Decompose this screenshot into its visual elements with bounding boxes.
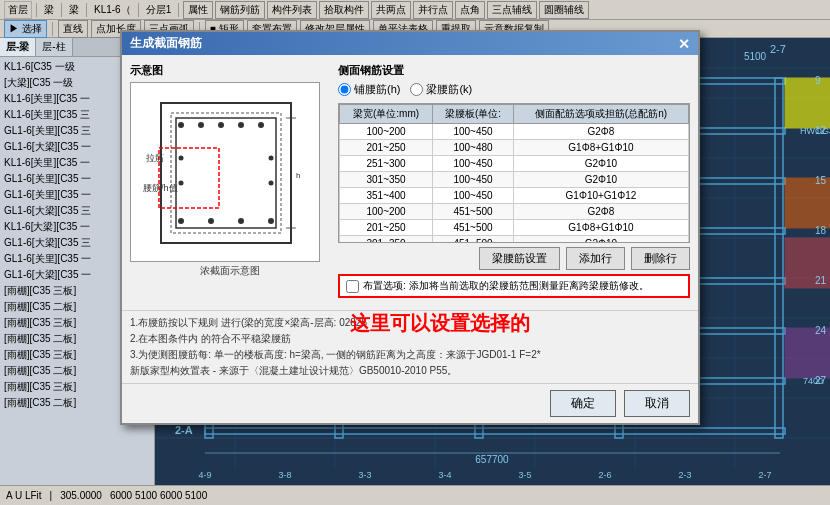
breadcrumb-beam2: 梁: [66, 2, 82, 18]
breadcrumb-layer: 首层: [4, 1, 32, 19]
table-container[interactable]: 梁宽(单位:mm) 梁腰板(单位: 侧面配筋选项或担筋(总配筋n) 100~20…: [338, 103, 690, 243]
circle-aux-btn[interactable]: 圆圈辅线: [539, 1, 589, 19]
col-flange-depth: 梁腰板(单位:: [433, 105, 514, 124]
svg-point-77: [178, 218, 184, 224]
rebar-btn[interactable]: 钢筋列筋: [215, 1, 265, 19]
toolbar-separator2: [61, 3, 62, 17]
preview-caption: 浓截面示意图: [130, 264, 330, 278]
svg-text:2-6: 2-6: [598, 470, 611, 480]
svg-point-83: [269, 156, 274, 161]
col-beam-width: 梁宽(单位:mm): [340, 105, 433, 124]
svg-point-75: [238, 122, 244, 128]
option-checkbox[interactable]: [346, 280, 359, 293]
modal-dialog: 生成截面钢筋 ✕ 示意图: [120, 30, 700, 425]
svg-text:9: 9: [815, 75, 821, 86]
svg-text:2-7: 2-7: [758, 470, 771, 480]
sep: [52, 22, 53, 36]
svg-text:2-A: 2-A: [175, 424, 193, 436]
svg-text:657700: 657700: [475, 454, 509, 465]
svg-text:HWOG370: HWOG370: [800, 126, 830, 136]
breadcrumb-layer1: 分层1: [143, 2, 175, 18]
svg-text:3-3: 3-3: [358, 470, 371, 480]
toolbar-separator: [36, 3, 37, 17]
status-coords: |: [50, 490, 53, 501]
svg-text:h: h: [296, 171, 300, 180]
status-bar: A U LFit | 305.0000 6000 5100 6000 5100: [0, 485, 830, 505]
add-row-btn[interactable]: 添加行: [566, 247, 625, 270]
svg-text:2-3: 2-3: [678, 470, 691, 480]
svg-point-76: [258, 122, 264, 128]
notes-section: 1.布腰筋按以下规则 进行(梁的宽度×梁高-层高: 02825 2.在本图条件内…: [122, 310, 698, 383]
modal-title: 生成截面钢筋: [130, 35, 202, 52]
svg-text:3-8: 3-8: [278, 470, 291, 480]
svg-text:3-4: 3-4: [438, 470, 451, 480]
table-row: 201~250100~480G1Φ8+G1Φ10: [340, 140, 689, 156]
svg-text:腰筋/h值: 腰筋/h值: [143, 183, 178, 193]
tab-column-layer[interactable]: 层-柱: [36, 38, 72, 56]
table-row: 100~200451~500G2Φ8: [340, 204, 689, 220]
svg-text:21: 21: [815, 275, 827, 286]
settings-section: 侧面钢筋设置 铺腰筋(h) 梁腰筋(k) 梁宽(单位:mm): [338, 63, 690, 302]
component-list-btn[interactable]: 构件列表: [267, 1, 317, 19]
delete-row-btn[interactable]: 删除行: [631, 247, 690, 270]
beam-rebar-settings-btn[interactable]: 梁腰筋设置: [479, 247, 560, 270]
table-row: 351~400100~450G1Φ10+G1Φ12: [340, 188, 689, 204]
pick-component-btn[interactable]: 拾取构件: [319, 1, 369, 19]
svg-rect-31: [785, 78, 830, 128]
breadcrumb-kl: KL1-6（: [91, 2, 134, 18]
svg-text:4-9: 4-9: [198, 470, 211, 480]
two-point-btn[interactable]: 共两点: [371, 1, 411, 19]
settings-label: 侧面钢筋设置: [338, 63, 690, 78]
three-point-aux-btn[interactable]: 三点辅线: [487, 1, 537, 19]
svg-text:7400: 7400: [803, 376, 823, 386]
select-btn[interactable]: ▶ 选择: [4, 20, 47, 38]
svg-point-73: [198, 122, 204, 128]
table-row: 301~350451~500G2Φ10: [340, 236, 689, 244]
dim-display: 6000 5100 6000 5100: [110, 490, 207, 501]
checkbox-option-row: 布置选项: 添加将当前选取的梁腰筋范围测量距离跨梁腰筋修改。: [338, 274, 690, 298]
col-rebar-config: 侧面配筋选项或担筋(总配筋n): [513, 105, 688, 124]
svg-text:拉筋: 拉筋: [146, 153, 164, 163]
toolbar-row1[interactable]: 首层 梁 梁 KL1-6（ 分层1 属性 钢筋列筋 构件列表 拾取构件 共两点 …: [0, 0, 830, 20]
angle-btn[interactable]: 点角: [455, 1, 485, 19]
tab-beam-layer[interactable]: 层-梁: [0, 38, 36, 56]
svg-text:24: 24: [815, 325, 827, 336]
coord-display: 305.0000: [60, 490, 102, 501]
svg-text:5100: 5100: [744, 51, 767, 62]
toolbar-separator3: [86, 3, 87, 17]
table-row: 201~250451~500G1Φ8+G1Φ10: [340, 220, 689, 236]
svg-text:18: 18: [815, 225, 827, 236]
svg-text:2-7: 2-7: [770, 43, 786, 55]
parallel-btn[interactable]: 并行点: [413, 1, 453, 19]
modal-titlebar: 生成截面钢筋 ✕: [122, 32, 698, 55]
toolbar-separator4: [138, 3, 139, 17]
svg-text:3-5: 3-5: [518, 470, 531, 480]
svg-rect-85: [159, 148, 219, 208]
table-row: 251~300100~450G2Φ10: [340, 156, 689, 172]
preview-section: 示意图: [130, 63, 330, 302]
status-text: A U LFit: [6, 490, 42, 501]
checkbox-label: 布置选项: 添加将当前选取的梁腰筋范围测量距离跨梁腰筋修改。: [363, 279, 649, 293]
settings-btn-row: 梁腰筋设置 添加行 删除行: [338, 247, 690, 270]
radio-group: 铺腰筋(h) 梁腰筋(k): [338, 82, 690, 97]
line-btn[interactable]: 直线: [58, 20, 88, 38]
modal-close-btn[interactable]: ✕: [678, 36, 690, 52]
radio-option-1[interactable]: 铺腰筋(h): [338, 82, 400, 97]
svg-point-79: [238, 218, 244, 224]
note-3: 3.为便测图腰筋每: 单一的楼板高度: h=梁高, 一侧的钢筋距离为之高度：来源…: [130, 347, 690, 363]
attribute-btn[interactable]: 属性: [183, 1, 213, 19]
breadcrumb-beam1: 梁: [41, 2, 57, 18]
table-row: 100~200100~450G2Φ8: [340, 124, 689, 140]
svg-point-74: [218, 122, 224, 128]
preview-box: 拉筋 腰筋/h值 h: [130, 82, 320, 262]
cancel-btn[interactable]: 取消: [624, 390, 690, 417]
modal-footer: 确定 取消: [122, 383, 698, 423]
rebar-table: 梁宽(单位:mm) 梁腰板(单位: 侧面配筋选项或担筋(总配筋n) 100~20…: [339, 104, 689, 243]
svg-point-84: [269, 181, 274, 186]
svg-point-72: [178, 122, 184, 128]
note-1: 1.布腰筋按以下规则 进行(梁的宽度×梁高-层高: 02825: [130, 315, 690, 331]
confirm-btn[interactable]: 确定: [550, 390, 616, 417]
radio-option-2[interactable]: 梁腰筋(k): [410, 82, 472, 97]
note-2: 2.在本图条件内 的符合不平稳梁腰筋: [130, 331, 690, 347]
modal-body: 示意图: [122, 55, 698, 310]
